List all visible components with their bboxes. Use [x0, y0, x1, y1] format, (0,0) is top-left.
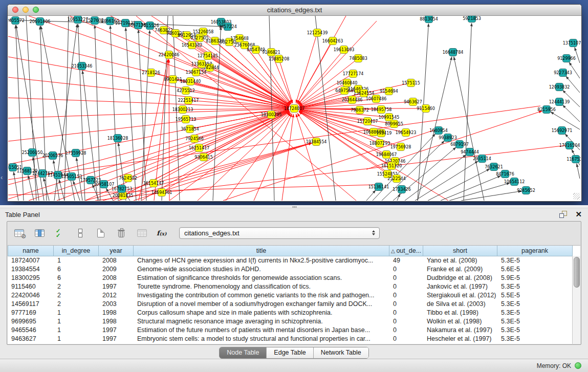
deselect-rows-icon[interactable] — [74, 226, 87, 240]
graph-node[interactable]: 12444139 — [549, 98, 570, 106]
column-header-title[interactable]: title — [134, 246, 389, 256]
table-row[interactable]: 1872400712008Changes of HCN gene express… — [8, 256, 573, 265]
column-header-in_degree[interactable]: in_degree — [54, 246, 99, 256]
table-settings-icon[interactable] — [12, 226, 26, 240]
graph-node[interactable]: 15720407 — [357, 118, 378, 125]
graph-node[interactable]: 7632621 — [485, 163, 503, 171]
graph-node[interactable]: 3671854 — [181, 125, 199, 133]
graph-node[interactable]: 10607486 — [366, 95, 387, 103]
graph-node[interactable]: 16154147 — [143, 180, 164, 187]
table-row[interactable]: 946554611997Estimation of the future num… — [8, 326, 573, 335]
graph-node[interactable]: 2522544 — [387, 175, 406, 183]
graph-node[interactable]: 8813054 — [420, 16, 438, 23]
new-column-icon[interactable] — [94, 226, 107, 240]
graph-node[interactable]: 16604263 — [322, 37, 343, 45]
graph-node[interactable]: 13751074 — [563, 39, 581, 47]
graph-node[interactable]: 13624554 — [354, 90, 375, 97]
graph-node[interactable]: 22251417 — [178, 97, 199, 104]
graph-node[interactable]: 16648784 — [443, 49, 464, 56]
graph-node[interactable]: 15692971 — [552, 127, 573, 135]
graph-node[interactable]: 15885208 — [269, 55, 290, 63]
delete-column-icon[interactable] — [115, 226, 128, 240]
table-row[interactable]: 946362711997Embryonic stem cells: a mode… — [8, 335, 573, 343]
graph-node[interactable]: 7624542 — [119, 174, 137, 182]
network-canvas[interactable]: 1872400718300295746382298601288912954152… — [8, 16, 581, 201]
select-all-rows-icon[interactable] — [53, 226, 67, 240]
graph-node[interactable]: 1733426 — [393, 186, 411, 193]
graph-node[interactable]: 1575115 — [402, 79, 420, 87]
graph-node[interactable]: 9115460 — [417, 105, 435, 113]
graph-node[interactable]: 6497568 — [335, 87, 354, 95]
table-row[interactable]: 1830029562008Estimation of significance … — [8, 274, 573, 282]
graph-node[interactable]: 2405572 — [8, 17, 25, 25]
graph-node[interactable]: 9227343 — [554, 69, 572, 77]
tab-network-table[interactable]: Network Table — [313, 347, 368, 358]
graph-node[interactable]: 4275512 — [177, 87, 195, 95]
window-titlebar[interactable]: citations_edges.txt — [8, 5, 581, 16]
graph-node[interactable]: 12505153 — [61, 173, 82, 181]
graph-node[interactable]: 1167533 — [567, 156, 581, 163]
table-selector-dropdown[interactable]: citations_edges.txt — [179, 227, 380, 239]
graph-node[interactable]: 19654923 — [396, 129, 417, 137]
graph-node[interactable]: 16543382 — [182, 41, 203, 49]
graph-node[interactable]: 1640954 — [429, 127, 448, 135]
float-panel-button[interactable] — [559, 211, 567, 218]
graph-node[interactable]: 8901421 — [164, 76, 182, 83]
graph-node[interactable]: 20691406 — [30, 18, 51, 26]
graph-node[interactable]: 8215956 — [537, 106, 556, 114]
graph-node[interactable]: 10654112 — [504, 178, 525, 186]
graph-node[interactable]: 7924546 — [185, 135, 204, 143]
graph-node[interactable]: 2718126 — [142, 69, 160, 77]
memory-indicator-icon[interactable] — [575, 362, 581, 369]
graph-node[interactable]: 10460840 — [337, 79, 358, 87]
graph-node[interactable]: 16151320 — [381, 162, 402, 170]
graph-node[interactable]: 7986372 — [351, 106, 369, 114]
network-view[interactable]: 1872400718300295746382298601288912954152… — [8, 16, 581, 201]
column-header-out_degree[interactable]: △ out_de... — [389, 246, 423, 256]
column-header-year[interactable]: year — [99, 246, 134, 256]
function-builder-icon[interactable] — [156, 226, 169, 240]
minimize-window-button[interactable] — [23, 7, 29, 13]
graph-node[interactable]: 9463627 — [404, 98, 422, 106]
resize-grip-icon[interactable] — [573, 193, 580, 200]
tab-node-table[interactable]: Node Table — [220, 347, 266, 358]
vertical-scrollbar[interactable] — [572, 256, 580, 344]
graph-node[interactable]: 8099655 — [385, 120, 403, 128]
graph-node[interactable]: 15136141 — [368, 183, 389, 191]
graph-node[interactable]: 9245652 — [517, 187, 535, 194]
graph-node[interactable]: 19384554 — [306, 138, 327, 146]
column-header-pagerank[interactable]: pagerank — [497, 246, 573, 256]
column-header-name[interactable]: name — [8, 246, 54, 256]
graph-node[interactable]: 25206050 — [22, 149, 43, 157]
graph-node[interactable]: 17727174 — [343, 70, 364, 78]
table-row[interactable]: 969969511998Structural magnetic resonanc… — [8, 317, 573, 326]
graph-node[interactable]: 18495758 — [371, 106, 392, 114]
table-row[interactable]: 1456911722003Disruption of a novel membe… — [8, 300, 573, 309]
column-header-short[interactable]: short — [423, 246, 497, 256]
close-window-button[interactable] — [12, 7, 18, 13]
graph-node[interactable]: 12125439 — [307, 29, 328, 37]
show-columns-icon[interactable] — [33, 226, 46, 240]
table-row[interactable]: 2242004622012Investigating the contribut… — [8, 291, 573, 300]
graph-node[interactable]: 17016504 — [559, 142, 580, 149]
table-row[interactable]: 1938455462009Genome-wide association stu… — [8, 265, 573, 274]
graph-node[interactable]: 19756928 — [390, 143, 411, 151]
graph-node[interactable]: 18300295 — [261, 111, 282, 119]
graph-node[interactable]: 9474444 — [461, 148, 479, 156]
graph-node[interactable]: 12093832 — [549, 83, 570, 91]
graph-node[interactable]: 9154694 — [380, 87, 398, 95]
tab-edge-table[interactable]: Edge Table — [266, 347, 313, 358]
graph-node[interactable]: 7485083 — [349, 55, 367, 62]
zoom-window-button[interactable] — [33, 7, 39, 13]
graph-node[interactable]: 16251417 — [189, 144, 210, 152]
table-row[interactable]: 911546021997Tourette syndrome. Phenomeno… — [8, 282, 573, 291]
graph-node[interactable]: 19613093 — [334, 46, 355, 54]
graph-node[interactable]: 5921853 — [463, 16, 481, 23]
graph-node[interactable]: 9129966 — [557, 55, 576, 62]
close-panel-button[interactable]: ✕ — [575, 211, 582, 218]
table-row[interactable]: 977716911998Corpus callosum shape and si… — [8, 309, 573, 317]
graph-node[interactable]: 18136028 — [107, 135, 128, 142]
edge-chevron-icon[interactable]: ‹ — [1, 174, 3, 181]
graph-node[interactable]: 22420046 — [159, 51, 180, 59]
scroll-thumb[interactable] — [574, 257, 580, 288]
